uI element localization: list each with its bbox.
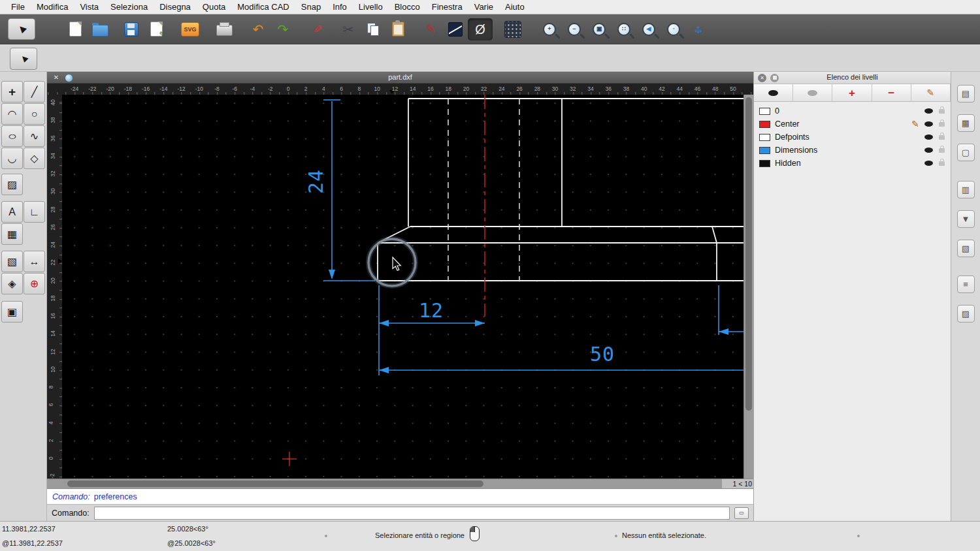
svg-export-button[interactable]: SVG [178,18,203,40]
menu-aiuto[interactable]: Aiuto [499,0,531,14]
print-preview-button[interactable] [212,18,237,40]
panel-detach-button[interactable] [770,74,779,82]
point-tools-button[interactable]: + [1,81,23,102]
text-tool-button[interactable]: A [1,201,23,223]
image-tool-button[interactable]: ▦ [1,223,23,245]
ellipse-tools-button[interactable]: ○ [1,125,23,147]
toolbar-separator [329,29,336,29]
layer-lock-toggle[interactable] [939,109,945,114]
copy-button[interactable] [361,18,385,40]
solid-tools-button[interactable]: ▣ [1,301,23,323]
toggle-layer-list-button[interactable]: ▦ [957,114,975,132]
toggle-clipboard-panel-button[interactable]: ▨ [957,305,975,323]
horizontal-scrollbar[interactable] [47,479,722,488]
layer-lock-toggle[interactable] [939,148,945,153]
layer-visibility-toggle[interactable] [924,161,933,166]
layer-visibility-toggle[interactable] [924,108,933,114]
action-hint: Selezionare entità o regione [375,531,465,539]
layer-row-0[interactable]: 0 [754,104,951,118]
layer-row-dimensions[interactable]: Dimensions [754,144,951,157]
toggle-block-list-button[interactable]: ▢ [957,144,975,161]
menu-blocco[interactable]: Blocco [389,0,426,14]
command-input[interactable] [94,507,730,520]
redo-button[interactable]: ↷ [270,18,295,40]
undo-button[interactable]: ↶ [246,18,270,40]
layer-visibility-toggle[interactable] [924,148,933,153]
menu-disegna[interactable]: Disegna [154,0,197,14]
hatch-tool-button[interactable]: ▨ [1,174,23,195]
previous-view-button[interactable]: ◀ [636,18,661,40]
line-from-points-button[interactable] [443,18,468,40]
layer-visibility-toggle[interactable] [924,121,933,127]
vertical-scrollbar[interactable] [743,95,753,479]
spline-tools-button[interactable]: ∿ [24,125,45,147]
hide-all-layers-button[interactable] [793,84,832,101]
menu-modifica-cad[interactable]: Modifica CAD [231,0,295,14]
toggle-library-browser-button[interactable]: ▧ [957,240,975,257]
snap-grid-button[interactable] [500,18,525,40]
cut-button[interactable]: ✂ [336,18,361,40]
document-tab-icon[interactable] [65,74,73,82]
toggle-view-list-button[interactable]: ▥ [957,181,975,198]
fill-tools-button[interactable]: ▧ [1,251,23,272]
circle-center-point-button[interactable]: Ø [468,18,493,40]
edit-layer-button[interactable]: ✎ [911,84,951,101]
menu-seleziona[interactable]: Seleziona [105,0,154,14]
layer-lock-toggle[interactable] [939,122,945,127]
menu-varie[interactable]: Varie [468,0,499,14]
horizontal-scrollbar-thumb[interactable] [67,480,483,487]
layer-row-hidden[interactable]: Hidden [754,157,951,170]
h-ruler-label: 36 [606,86,612,92]
menu-finestra[interactable]: Finestra [426,0,468,14]
show-all-layers-button[interactable] [754,84,793,101]
layer-visibility-toggle[interactable] [924,134,933,140]
zoom-redraw-button[interactable]: ∷ [612,18,636,40]
menu-snap[interactable]: Snap [295,0,327,14]
new-document-button[interactable] [63,18,88,40]
polygon-tools-button[interactable]: ◇ [24,148,45,169]
delete-entities-button[interactable]: ✎ [304,18,329,40]
save-as-button[interactable]: ✎ [144,18,169,40]
zoom-in-button[interactable]: + [537,18,562,40]
close-document-button[interactable]: ✕ [52,74,60,82]
circle-tools-button[interactable]: ○ [24,103,45,125]
menu-livello[interactable]: Livello [353,0,389,14]
arc-tools-button[interactable]: ◠ [1,103,23,125]
layer-lock-toggle[interactable] [939,135,945,140]
dimension-tools-button[interactable]: ∟ [24,201,45,223]
line-tools-button[interactable]: ╱ [24,81,45,102]
pen-tool-button[interactable]: ✎ [418,18,443,40]
command-options-button[interactable]: ▭ [734,507,749,519]
open-document-button[interactable] [88,18,112,40]
palette-selection-tool-button[interactable]: ► [10,48,37,70]
zoom-window-button[interactable]: ▫ [661,18,686,40]
add-layer-button[interactable]: + [832,84,872,101]
paste-button[interactable] [385,18,410,40]
zoom-out-button[interactable]: − [562,18,587,40]
selection-pointer-button[interactable]: ► [8,18,35,40]
menu-info[interactable]: Info [327,0,353,14]
drawing-canvas[interactable]: 241250 [62,95,743,479]
toggle-command-line-icon: ≡ [963,280,968,289]
snap-tools-button[interactable]: ⊕ [24,273,45,294]
layer-lock-toggle[interactable] [939,161,945,166]
layer-row-defpoints[interactable]: Defpoints [754,131,951,144]
toggle-command-line-button[interactable]: ≡ [957,276,975,293]
toggle-property-editor-button[interactable]: ▤ [957,85,975,102]
save-document-button[interactable] [119,18,144,40]
menu-modifica[interactable]: Modifica [31,0,74,14]
auto-zoom-button[interactable]: ▣ [587,18,612,40]
toggle-selection-filter-button[interactable]: ▼ [957,210,975,228]
layer-row-center[interactable]: Center✎ [754,118,951,131]
document-tab-bar: ✕ part.dxf [47,72,753,84]
measure-tools-button[interactable]: ↔ [24,251,45,272]
menu-vista[interactable]: Vista [74,0,105,14]
menu-file[interactable]: File [5,0,31,14]
modify-tools-button[interactable]: ◈ [1,273,23,294]
pan-view-button[interactable] [686,18,711,40]
remove-layer-button[interactable]: − [872,84,911,101]
panel-close-button[interactable]: ✕ [758,74,766,82]
vertical-scrollbar-thumb[interactable] [745,97,752,411]
polyline-tools-button[interactable]: ◡ [1,148,23,169]
menu-quota[interactable]: Quota [197,0,231,14]
